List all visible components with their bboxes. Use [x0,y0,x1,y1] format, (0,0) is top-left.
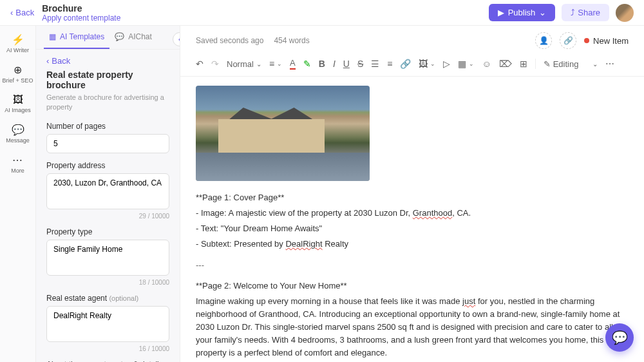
doc-line: **Page 1: Cover Page** [196,191,629,204]
image-button[interactable]: 🖼⌄ [419,59,435,69]
back-label: Back [52,56,70,66]
chevron-left-icon: ‹ [178,35,180,44]
tab-ai-chat[interactable]: 💬 AIChat [109,26,157,49]
avatar[interactable] [616,4,634,22]
apply-template-link[interactable]: Apply content template [42,14,120,23]
nav-label: AI Writer [6,47,29,53]
message-icon: 💬 [12,124,24,136]
emoji-button[interactable]: ☺ [482,59,491,69]
share-button[interactable]: ⤴ Share [562,4,609,21]
address-input[interactable]: 2030, Luzon Dr, Granthood, CA [46,173,169,209]
user-plus-icon: 👤 [539,36,549,45]
chat-icon: 💬 [115,32,124,41]
back-label: Back [15,8,34,17]
editor: Saved seconds ago 454 words 👤 🔗 New Item… [180,26,644,362]
upload-icon: ⤴ [571,8,575,17]
editing-mode-select[interactable]: ✎ Editing ⌄ [544,59,598,69]
back-button[interactable]: ‹ Back [10,8,34,17]
page-title: Brochure [42,3,120,14]
address-char-count: 29 / 10000 [46,213,169,220]
nav-ai-writer[interactable]: ⚡ AI Writer [6,33,29,53]
align-button[interactable]: ≡⌄ [269,59,282,69]
nav-ai-images[interactable]: 🖼 AI Images [5,94,31,113]
paragraph-style-select[interactable]: Normal ⌄ [227,59,261,69]
editing-label: Editing [553,59,579,69]
nav-label: Brief + SEO [3,77,33,84]
paragraph-style-label: Normal [227,59,254,69]
top-header: ‹ Back Brochure Apply content template ▶… [0,0,644,26]
hero-image[interactable] [196,86,370,181]
chat-fab[interactable]: 💬 [605,323,634,352]
add-user-button[interactable]: 👤 [535,32,552,49]
table-button[interactable]: ▦⌄ [458,59,474,69]
template-description: Generate a brochure for advertising a pr… [46,93,169,113]
chevron-left-icon: ‹ [46,56,49,66]
numbered-list-button[interactable]: ≡ [387,59,392,69]
type-label: Property type [46,227,169,236]
bold-button[interactable]: B [319,59,325,69]
address-label: Property address [46,161,169,170]
page-title-block: Brochure Apply content template [42,3,120,23]
nav-label: Message [6,137,30,144]
insert-button[interactable]: ⊞ [520,59,527,69]
link-item-button[interactable]: 🔗 [560,32,576,49]
template-title: Real estate property brochure [46,70,169,90]
nav-label: AI Images [5,107,31,113]
chevron-left-icon: ‹ [10,8,13,17]
type-input[interactable]: Single Family Home [46,240,169,276]
text-color-button[interactable]: A [290,58,296,70]
pencil-icon: ✎ [544,59,551,69]
publish-button[interactable]: ▶ Publish ⌄ [489,4,556,21]
agent-char-count: 16 / 10000 [46,345,169,352]
doc-line: - Text: "Your Dream Home Awaits" [196,222,629,235]
target-icon: ⊕ [14,64,22,76]
red-dot-icon [584,38,589,43]
redo-button[interactable]: ↷ [211,59,219,69]
saved-status: Saved seconds ago [196,36,263,45]
more-icon: ⋯ [12,154,23,166]
share-label: Share [578,8,600,17]
sidebar-tabs: ▦ AI Templates 💬 AIChat [36,26,180,50]
toolbar-divider [535,59,536,69]
strikethrough-button[interactable]: S [357,59,363,69]
tab-label: AIChat [128,32,152,41]
word-count: 454 words [274,36,309,45]
play-icon: ▶ [498,8,504,17]
underline-button[interactable]: U [343,59,350,69]
agent-input[interactable]: DealRight Realty [46,306,169,342]
doc-line: - Subtext: Presented by DealRight Realty [196,238,629,251]
clear-format-button[interactable]: ⌦ [499,59,512,69]
doc-line: - Image: A majestic view of the property… [196,207,629,220]
new-item-indicator[interactable]: New Item [584,36,629,46]
pages-input[interactable] [46,134,169,153]
publish-label: Publish [508,8,536,17]
chevron-down-icon: ⌄ [592,61,598,68]
nav-message[interactable]: 💬 Message [6,124,30,144]
italic-button[interactable]: I [333,59,336,69]
chevron-down-icon: ⌄ [256,61,261,68]
bullet-list-button[interactable]: ☰ [371,59,379,69]
pages-label: Number of pages [46,122,169,131]
doc-line: **Page 2: Welcome to Your New Home** [196,280,629,292]
nav-more[interactable]: ⋯ More [11,154,24,174]
undo-button[interactable]: ↶ [196,59,204,69]
new-item-label: New Item [593,36,629,46]
tab-ai-templates[interactable]: ▦ AI Templates [44,26,109,49]
editor-toolbar: ↶ ↷ Normal ⌄ ≡⌄ A ✎ B I U S ☰ ≡ 🔗 🖼⌄ ▷ ▦… [180,55,644,77]
chevron-down-icon: ⌄ [539,8,546,17]
video-button[interactable]: ▷ [443,59,450,69]
editor-meta: Saved seconds ago 454 words 👤 🔗 New Item [180,26,644,55]
doc-separator: --- [196,259,629,272]
sidebar-back-button[interactable]: ‹ Back [36,50,180,70]
type-char-count: 18 / 10000 [46,279,169,286]
more-toolbar-button[interactable]: ⋯ [605,59,614,69]
tab-label: AI Templates [60,32,104,41]
doc-paragraph: Imagine waking up every morning in a hou… [196,295,629,360]
sidebar: ▦ AI Templates 💬 AIChat ‹ ‹ Back Real es… [36,26,180,362]
nav-brief-seo[interactable]: ⊕ Brief + SEO [3,64,33,84]
document-content[interactable]: **Page 1: Cover Page** - Image: A majest… [180,77,644,362]
agent-label: Real estate agent (optional) [46,294,169,303]
vertical-nav: ⚡ AI Writer ⊕ Brief + SEO 🖼 AI Images 💬 … [0,26,36,362]
link-button[interactable]: 🔗 [400,59,411,69]
highlight-button[interactable]: ✎ [303,59,311,69]
